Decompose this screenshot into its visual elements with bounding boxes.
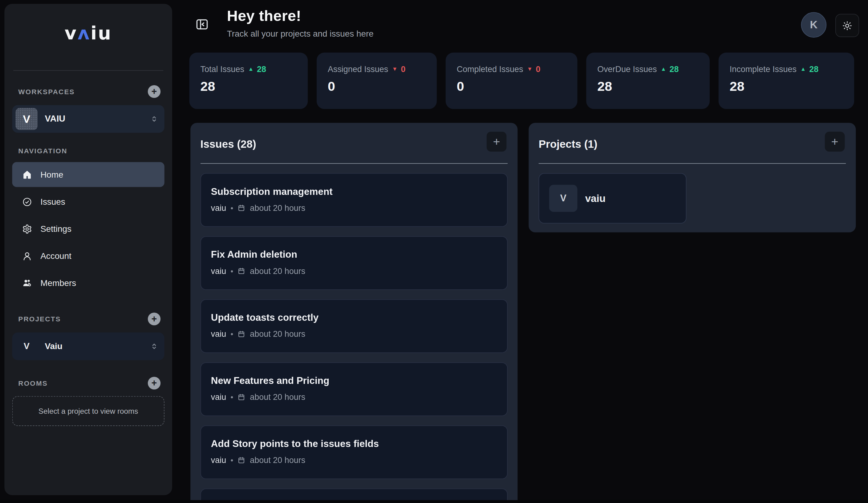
calendar-icon [238, 204, 246, 211]
navigation-label: NAVIGATION [18, 147, 67, 155]
projects-panel-title: Projects (1) [539, 138, 598, 150]
logo-letters-iu: iu [91, 22, 112, 44]
sidebar-item-account[interactable]: Account [12, 243, 165, 269]
issue-project: vaiu [211, 203, 226, 213]
users-gear-icon [22, 278, 32, 288]
issue-project: vaiu [211, 266, 226, 275]
panel-left-icon [195, 17, 209, 31]
stat-label: Incomplete Issues [730, 64, 797, 74]
workspaces-label: WORKSPACES [18, 88, 74, 95]
issue-card[interactable]: Add Story points to the issues fields va… [200, 426, 508, 479]
issue-time: about 20 hours [250, 266, 305, 275]
stat-delta: 0 [536, 64, 540, 74]
page-subtitle: Track all your projects and issues here [227, 29, 374, 39]
dot-separator: • [231, 455, 234, 464]
home-icon [22, 170, 32, 179]
navigation-menu: Home Issues Settings Account [12, 162, 165, 295]
issue-time: about 20 hours [250, 455, 305, 465]
chevrons-up-down-icon [150, 341, 158, 352]
stat-card-overdue-issues: OverDue Issues ▲28 28 [586, 53, 710, 109]
projects-panel: Projects (1) + V vaiu [529, 123, 856, 232]
project-avatar: V [549, 185, 578, 212]
dot-separator: • [231, 266, 234, 275]
add-workspace-button[interactable]: + [148, 85, 161, 98]
issue-title: Update toasts correctly [211, 312, 496, 324]
issue-project: vaiu [211, 455, 226, 465]
workspace-selector[interactable]: V VAIU [12, 105, 165, 133]
logo-letter-v: v [65, 22, 78, 44]
sidebar-item-settings[interactable]: Settings [12, 217, 165, 241]
stat-label: Total Issues [200, 64, 244, 74]
calendar-icon [238, 330, 246, 338]
sidebar: vʌiu WORKSPACES + V VAIU NAVIGATION Home [4, 4, 172, 495]
workspace-name: VAIU [45, 114, 65, 124]
stat-delta: 28 [670, 64, 679, 74]
dot-separator: • [231, 203, 234, 212]
issue-card[interactable]: Fix Admin deletion vaiu•about 20 hours [200, 236, 508, 290]
issue-card[interactable]: Update toasts correctly vaiu•about 20 ho… [200, 299, 508, 353]
stat-value: 28 [200, 78, 308, 94]
trend-up-icon: ▲ [248, 66, 254, 72]
theme-toggle-button[interactable] [835, 14, 859, 37]
calendar-icon [238, 267, 246, 275]
rooms-empty-state: Select a project to view rooms [12, 396, 165, 426]
add-project-panel-button[interactable]: + [825, 132, 845, 152]
project-card[interactable]: V vaiu [539, 173, 686, 224]
issue-card[interactable]: New Features and Pricing vaiu•about 20 h… [200, 362, 508, 416]
sidebar-divider [13, 70, 163, 71]
panel-divider [539, 163, 846, 164]
dot-separator: • [231, 329, 234, 338]
trend-down-icon: ▼ [527, 66, 533, 72]
issues-panel: Issues (28) + Subscription management va… [190, 123, 517, 503]
trend-up-icon: ▲ [800, 66, 806, 72]
stat-label: Completed Issues [457, 64, 523, 74]
trend-up-icon: ▲ [661, 66, 666, 72]
sidebar-item-members[interactable]: Members [12, 271, 165, 295]
sidebar-item-label: Members [40, 278, 76, 288]
user-avatar-button[interactable]: K [801, 12, 827, 38]
sidebar-item-label: Issues [40, 197, 65, 207]
issues-panel-title: Issues (28) [200, 138, 256, 150]
trend-down-icon: ▼ [392, 66, 397, 72]
add-room-button[interactable]: + [148, 377, 161, 389]
issue-time: about 20 hours [250, 392, 305, 402]
stats-row: Total Issues ▲28 28 Assigned Issues ▼0 0… [189, 53, 854, 109]
issue-title: Add Story points to the issues fields [211, 438, 496, 450]
sidebar-item-label: Account [40, 251, 71, 261]
add-project-button[interactable]: + [148, 313, 161, 325]
issue-project: vaiu [211, 329, 226, 339]
sidebar-item-label: Settings [40, 224, 71, 234]
stat-delta: 28 [257, 64, 266, 74]
brand-logo: vʌiu [4, 22, 172, 45]
app: vʌiu WORKSPACES + V VAIU NAVIGATION Home [0, 0, 868, 503]
stat-value: 28 [597, 78, 710, 94]
stat-delta: 28 [809, 64, 818, 74]
sidebar-toggle-button[interactable] [194, 17, 209, 32]
stat-value: 28 [730, 78, 854, 94]
logo-letter-a: ʌ [78, 22, 91, 44]
issues-list: Subscription management vaiu•about 20 ho… [200, 173, 508, 503]
add-issue-button[interactable]: + [487, 132, 507, 152]
sidebar-item-issues[interactable]: Issues [12, 189, 165, 214]
project-card-name: vaiu [585, 192, 606, 205]
issue-title: New Features and Pricing [211, 375, 496, 387]
sidebar-item-home[interactable]: Home [12, 162, 165, 187]
stat-value: 0 [328, 78, 437, 94]
project-selector[interactable]: V Vaiu [12, 333, 165, 360]
user-icon [22, 251, 32, 261]
panel-divider [200, 163, 508, 164]
chevrons-up-down-icon [150, 114, 158, 124]
dot-separator: • [231, 392, 234, 401]
stat-card-assigned-issues: Assigned Issues ▼0 0 [317, 53, 437, 109]
check-circle-icon [22, 197, 32, 207]
stat-card-incomplete-issues: Incomplete Issues ▲28 28 [719, 53, 854, 109]
stat-card-total-issues: Total Issues ▲28 28 [189, 53, 308, 109]
stat-card-completed-issues: Completed Issues ▼0 0 [446, 53, 578, 109]
workspace-avatar: V [16, 108, 38, 130]
stat-label: Assigned Issues [328, 64, 388, 74]
issue-title: Subscription management [211, 186, 496, 198]
gear-icon [22, 224, 32, 234]
issue-time: about 20 hours [250, 329, 305, 339]
issue-card[interactable]: Subscription management vaiu•about 20 ho… [200, 173, 508, 227]
sun-icon [842, 20, 852, 31]
